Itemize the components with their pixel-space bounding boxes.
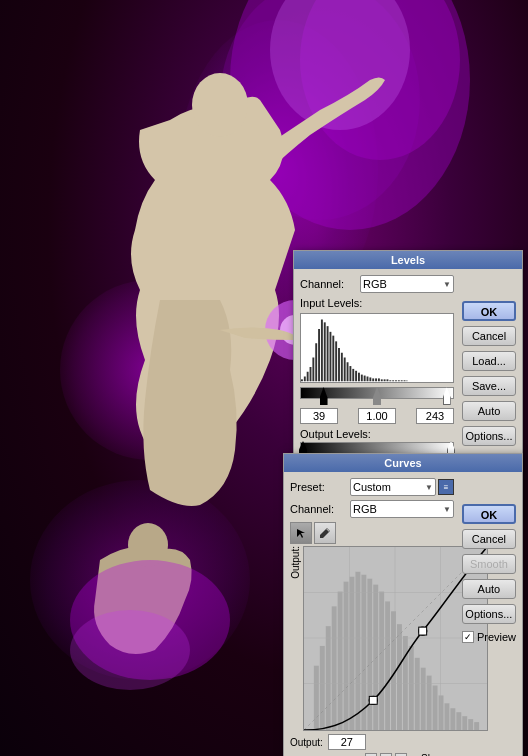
svg-rect-31 [361,375,363,382]
svg-rect-54 [344,582,349,730]
svg-rect-13 [310,367,312,381]
svg-rect-34 [369,377,371,381]
svg-rect-49 [314,666,319,730]
curves-cancel-button[interactable]: Cancel [462,529,516,549]
curves-menu-btn[interactable]: ≡ [438,479,454,495]
input-slider-container [300,387,454,405]
preset-label: Preset: [290,481,350,493]
input-white-field[interactable] [416,408,454,424]
svg-rect-87 [369,696,377,704]
svg-rect-61 [385,601,390,730]
svg-rect-26 [347,362,349,381]
svg-rect-15 [315,343,317,381]
svg-rect-52 [332,606,337,730]
svg-rect-41 [389,380,391,381]
input-levels-label: Input Levels: [300,297,454,309]
output-value-row: Output: [290,734,454,750]
curves-side-buttons: OK Cancel Smooth Auto Options... ✓ Previ… [462,504,516,643]
curves-preview-label: Preview [477,631,516,643]
svg-rect-68 [427,676,432,730]
curves-layout: Output: [290,546,454,731]
svg-rect-18 [324,322,326,381]
curves-title: Curves [384,457,421,469]
output-vertical-label: Output: [290,546,301,639]
svg-rect-65 [409,646,414,730]
curves-pointer-btn[interactable] [290,522,312,544]
svg-rect-69 [433,685,438,730]
svg-rect-58 [367,579,372,730]
svg-point-9 [70,610,190,690]
levels-cancel-button[interactable]: Cancel [462,326,516,346]
curves-smooth-button[interactable]: Smooth [462,554,516,574]
svg-rect-28 [352,369,354,381]
curves-grid [303,546,488,731]
channel-dropdown[interactable]: RGB ▼ [360,275,454,293]
svg-rect-35 [372,378,374,381]
levels-options-button[interactable]: Options... [462,426,516,446]
output-label: Output: [290,546,301,579]
svg-rect-76 [474,722,479,730]
svg-rect-47 [406,380,407,381]
svg-rect-17 [321,320,323,382]
svg-rect-25 [344,358,346,382]
histogram-svg [301,314,453,382]
curves-grid-container: Output: [290,546,454,756]
output-label-text: Output: [290,737,323,748]
svg-rect-50 [320,646,325,730]
svg-rect-73 [456,712,461,730]
input-black-field[interactable] [300,408,338,424]
preset-row: Preset: Custom ▼ ≡ [290,478,454,496]
svg-rect-39 [384,379,386,381]
curves-ok-button[interactable]: OK [462,504,516,524]
preset-arrow: ▼ [425,483,433,492]
preset-dropdown[interactable]: Custom ▼ [350,478,436,496]
svg-rect-37 [378,378,380,381]
svg-rect-60 [379,592,384,730]
curves-dialog: Curves Preset: Custom ▼ ≡ Channel: RGB ▼ [283,453,523,756]
curves-auto-button[interactable]: Auto [462,579,516,599]
svg-rect-64 [403,636,408,730]
curves-pencil-btn[interactable] [314,522,336,544]
svg-rect-36 [375,378,377,381]
curves-preview-row: ✓ Preview [462,631,516,643]
output-value-field[interactable] [328,734,366,750]
curves-channel-dropdown[interactable]: RGB ▼ [350,500,454,518]
levels-titlebar: Levels [294,251,522,269]
svg-rect-10 [301,379,303,381]
curves-preview-checkbox[interactable]: ✓ [462,631,474,643]
svg-rect-63 [397,624,402,730]
svg-rect-14 [312,358,314,382]
curves-svg[interactable] [303,546,488,731]
curves-options-button[interactable]: Options... [462,604,516,624]
svg-rect-46 [404,380,406,381]
levels-save-button[interactable]: Save... [462,376,516,396]
svg-rect-66 [415,658,420,730]
curves-channel-value: RGB [353,503,377,515]
svg-rect-71 [444,703,449,730]
svg-rect-29 [355,371,357,381]
svg-rect-45 [401,380,403,381]
svg-rect-42 [392,380,394,381]
channel-row: Channel: RGB ▼ [300,275,454,293]
svg-rect-30 [358,373,360,382]
channel-label: Channel: [300,278,360,290]
svg-rect-27 [349,366,351,381]
input-gamma-field[interactable] [358,408,396,424]
channel-dropdown-arrow: ▼ [443,280,451,289]
svg-rect-16 [318,329,320,381]
svg-rect-19 [327,326,329,381]
svg-rect-20 [330,332,332,381]
curves-menu-icon: ≡ [444,483,449,492]
levels-side-buttons: OK Cancel Load... Save... Auto Options..… [462,301,516,449]
curves-tool-row [290,522,454,544]
histogram-container [300,313,454,383]
levels-load-button[interactable]: Load... [462,351,516,371]
svg-rect-23 [338,348,340,381]
levels-auto-button[interactable]: Auto [462,401,516,421]
output-levels-label: Output Levels: [300,428,454,440]
levels-ok-button[interactable]: OK [462,301,516,321]
svg-rect-44 [398,380,400,381]
svg-rect-33 [367,377,369,382]
svg-rect-59 [373,585,378,730]
levels-title: Levels [391,254,425,266]
